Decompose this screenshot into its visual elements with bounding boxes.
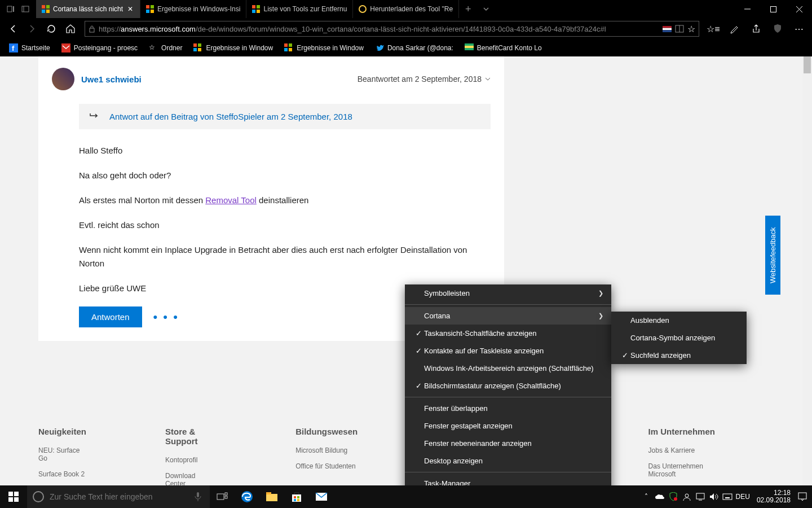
lang-indicator[interactable]: DEU [736, 493, 750, 501]
task-view-button[interactable] [210, 485, 235, 508]
tray-chevron-icon[interactable]: ˄ [641, 492, 651, 502]
menu-item[interactable]: ✓Bildschirmtastatur anzeigen (Schaltfläc… [405, 377, 611, 395]
svg-rect-1 [13, 6, 14, 12]
menu-item[interactable]: ✓Suchfeld anzeigen [611, 347, 747, 364]
keyboard-icon[interactable] [722, 492, 732, 502]
expand-tabs-icon[interactable] [477, 0, 495, 18]
menu-item[interactable]: ✓Taskansicht-Schaltfläche anzeigen [405, 325, 611, 342]
favicon-win [146, 5, 154, 13]
svg-rect-50 [266, 494, 277, 501]
menu-item[interactable]: ✓Kontakte auf der Taskleiste anzeigen [405, 342, 611, 360]
new-tab-button[interactable]: + [459, 0, 477, 18]
fav-ordner[interactable]: ☆Ordner [144, 41, 187, 55]
svg-rect-47 [225, 493, 227, 495]
reply-to-link[interactable]: Antwort auf den Beitrag von SteffoSpiele… [109, 112, 352, 121]
mic-icon[interactable] [194, 492, 204, 502]
store-task-icon[interactable] [284, 485, 309, 508]
search-box[interactable] [27, 485, 210, 508]
footer-link[interactable]: NEU: Surface Go [38, 446, 86, 462]
svg-rect-34 [284, 43, 288, 47]
search-input[interactable] [50, 492, 188, 501]
volume-icon[interactable] [709, 492, 719, 502]
favicon-win [252, 5, 260, 13]
mail-task-icon[interactable] [309, 485, 334, 508]
address-bar[interactable]: https://answers.microsoft.com/de-de/wind… [85, 21, 699, 37]
feedback-tab[interactable]: Websitefeedback [765, 216, 780, 295]
start-button[interactable] [0, 485, 27, 508]
maximize-button[interactable] [760, 0, 786, 18]
fav-dona[interactable]: Dona Sarkar (@dona: [370, 41, 458, 55]
action-center-icon[interactable] [797, 492, 807, 502]
menu-item[interactable]: Task-Manager [405, 475, 611, 485]
close-window-button[interactable] [786, 0, 812, 18]
svg-rect-48 [225, 496, 227, 498]
tab-aside-icon[interactable] [6, 4, 16, 14]
minimize-button[interactable] [734, 0, 760, 18]
menu-item[interactable]: Windows Ink-Arbeitsbereich anzeigen (Sch… [405, 360, 611, 377]
tabs-aside-icon[interactable] [20, 4, 30, 14]
menu-item[interactable]: Ausblenden [611, 312, 747, 329]
page-scrollbar[interactable] [802, 56, 812, 485]
reading-view-icon[interactable] [675, 25, 684, 33]
favorites-bar-icon[interactable]: ☆≡ [704, 19, 723, 38]
menu-item[interactable]: Fenster überlappen [405, 400, 611, 417]
footer-link[interactable]: Das Unternehmen Microsoft [648, 462, 715, 478]
menu-item[interactable]: Symbolleisten❯ [405, 284, 611, 302]
menu-item[interactable]: Cortana-Symbol anzeigen [611, 329, 747, 347]
footer-link[interactable]: Kontoprofil [165, 456, 217, 464]
edge-task-icon[interactable] [235, 485, 259, 508]
svg-rect-54 [297, 496, 299, 498]
fav-ergebnisse2[interactable]: Ergebnisse in Window [280, 41, 368, 55]
favorite-star-icon[interactable]: ☆ [687, 24, 695, 34]
onedrive-icon[interactable] [655, 492, 665, 502]
footer-link[interactable]: Surface Book 2 [38, 470, 86, 478]
tab-liste[interactable]: Liste von Tools zur Entfernu [246, 0, 353, 18]
menu-item[interactable]: Desktop anzeigen [405, 452, 611, 470]
menu-item[interactable]: Cortana❯ [405, 307, 611, 325]
fav-posteingang[interactable]: Posteingang - proesc [57, 41, 142, 55]
menu-item[interactable]: Fenster nebeneinander anzeigen [405, 435, 611, 452]
fav-benefit[interactable]: BenefitCard Konto Lo [460, 41, 546, 55]
forward-button[interactable] [23, 19, 42, 38]
footer-link[interactable]: Jobs & Karriere [648, 446, 715, 454]
svg-rect-14 [252, 10, 255, 13]
tab-herunterladen[interactable]: Herunterladen des Tool "Re [353, 0, 459, 18]
star-icon: ☆ [149, 43, 158, 52]
svg-rect-46 [217, 494, 224, 500]
footer-link[interactable]: Office für Studenten [295, 462, 358, 470]
refresh-button[interactable] [42, 19, 61, 38]
scroll-thumb[interactable] [804, 56, 811, 73]
svg-rect-10 [146, 10, 149, 13]
avatar[interactable] [52, 68, 74, 90]
fav-startseite[interactable]: fStartseite [5, 41, 55, 55]
people-icon[interactable] [682, 492, 692, 502]
removal-tool-link[interactable]: Removal Tool [205, 195, 257, 205]
reply-button[interactable]: Antworten [79, 306, 142, 327]
in-reply-to: Antwort auf den Beitrag von SteffoSpiele… [79, 104, 491, 129]
tab-label: Liste von Tools zur Entfernu [263, 5, 347, 13]
tab-cortana[interactable]: Cortana lässt sich nicht ✕ [36, 0, 140, 18]
share-icon[interactable] [747, 19, 766, 38]
fav-ergebnisse1[interactable]: Ergebnisse in Window [189, 41, 277, 55]
network-icon[interactable] [695, 492, 705, 502]
svg-rect-41 [8, 492, 13, 496]
notes-icon[interactable] [725, 19, 744, 38]
more-icon[interactable]: ⋯ [789, 19, 809, 38]
author-name[interactable]: Uwe1 schwiebi [81, 75, 142, 84]
explorer-task-icon[interactable] [259, 485, 284, 508]
shield-icon[interactable] [768, 19, 787, 38]
footer-link[interactable]: Download Center [165, 472, 217, 485]
clock[interactable]: 12:1802.09.2018 [757, 489, 791, 504]
footer-link[interactable]: Microsoft Bildung [295, 446, 358, 454]
svg-rect-13 [257, 5, 260, 8]
home-button[interactable] [61, 19, 80, 38]
back-button[interactable] [3, 19, 23, 38]
tab-ergebnisse[interactable]: Ergebnisse in Windows-Insi [140, 0, 246, 18]
post-more-button[interactable]: • • • [153, 310, 179, 325]
svg-rect-56 [297, 499, 299, 501]
security-icon[interactable] [668, 492, 678, 502]
svg-rect-21 [90, 28, 94, 32]
close-tab-icon[interactable]: ✕ [126, 5, 134, 13]
svg-point-16 [359, 6, 366, 12]
menu-item[interactable]: Fenster gestapelt anzeigen [405, 417, 611, 435]
